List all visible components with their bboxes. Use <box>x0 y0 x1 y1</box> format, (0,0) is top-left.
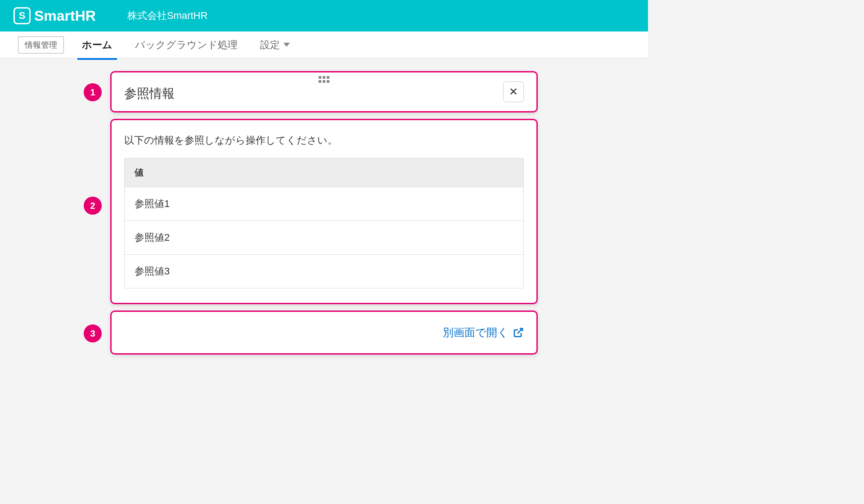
reference-table: 値 参照値1 参照値2 参照値3 <box>124 158 524 288</box>
panel-footer-section: 3 別画面で開く <box>110 310 538 355</box>
table-row: 参照値2 <box>125 220 523 254</box>
tab-background-processing[interactable]: バックグラウンド処理 <box>130 31 242 59</box>
open-link-label: 別画面で開く <box>443 325 508 340</box>
chevron-down-icon <box>284 43 290 47</box>
table-row: 参照値1 <box>125 187 523 220</box>
tab-home[interactable]: ホーム <box>77 31 117 59</box>
close-icon: ✕ <box>509 86 518 98</box>
company-name: 株式会社SmartHR <box>127 9 207 22</box>
nav-category-badge: 情報管理 <box>18 36 64 54</box>
tab-settings[interactable]: 設定 <box>256 31 294 59</box>
table-header-value: 値 <box>125 158 523 187</box>
open-in-new-window-link[interactable]: 別画面で開く <box>443 325 524 340</box>
main-nav: 情報管理 ホーム バックグラウンド処理 設定 <box>0 32 648 58</box>
drag-handle-icon[interactable] <box>319 76 329 83</box>
logo-mark-icon: S <box>14 7 31 24</box>
callout-badge-1: 1 <box>84 83 102 101</box>
panel-stack: 1 参照情報 ✕ 2 以下の情報を参照しながら操作してください。 値 参照値1 … <box>110 71 538 361</box>
logo-text: SmartHR <box>34 8 96 24</box>
panel-header-section: 1 参照情報 ✕ <box>110 71 538 112</box>
logo[interactable]: S SmartHR <box>14 7 96 24</box>
panel-description: 以下の情報を参照しながら操作してください。 <box>124 134 524 147</box>
tab-settings-label: 設定 <box>260 38 280 52</box>
close-button[interactable]: ✕ <box>503 81 524 102</box>
panel-body-section: 2 以下の情報を参照しながら操作してください。 値 参照値1 参照値2 参照値3 <box>110 119 538 304</box>
panel-title: 参照情報 <box>124 85 175 102</box>
callout-badge-2: 2 <box>84 197 102 215</box>
callout-badge-3: 3 <box>84 324 102 342</box>
svg-line-0 <box>518 328 522 333</box>
main-canvas: 1 参照情報 ✕ 2 以下の情報を参照しながら操作してください。 値 参照値1 … <box>0 58 648 374</box>
external-link-icon <box>513 327 524 338</box>
table-row: 参照値3 <box>125 254 523 288</box>
app-header: S SmartHR 株式会社SmartHR <box>0 0 648 32</box>
